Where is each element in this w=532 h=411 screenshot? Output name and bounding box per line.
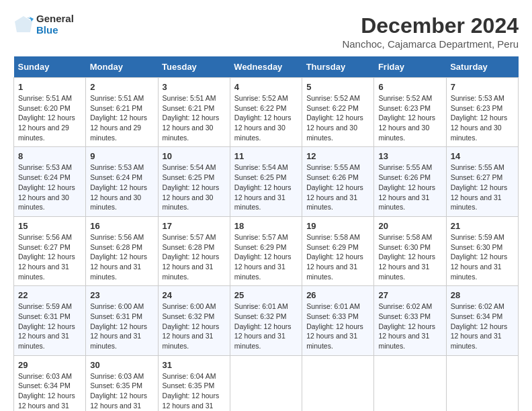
day-number: 14: [451, 151, 514, 161]
calendar-cell: 1Sunrise: 5:51 AMSunset: 6:20 PMDaylight…: [14, 78, 86, 147]
page-subtitle: Nanchoc, Cajamarca Department, Peru: [342, 38, 519, 50]
day-number: 15: [18, 221, 81, 231]
day-info: Sunrise: 5:51 AMSunset: 6:20 PMDaylight:…: [18, 93, 81, 142]
day-info: Sunrise: 5:54 AMSunset: 6:25 PMDaylight:…: [234, 163, 298, 212]
calendar-cell: 30Sunrise: 6:03 AMSunset: 6:35 PMDayligh…: [86, 355, 158, 411]
day-number: 6: [378, 82, 441, 92]
day-info: Sunrise: 5:58 AMSunset: 6:30 PMDaylight:…: [378, 232, 441, 281]
calendar-cell: 21Sunrise: 5:59 AMSunset: 6:30 PMDayligh…: [446, 216, 518, 285]
weekday-header-row: SundayMondayTuesdayWednesdayThursdayFrid…: [14, 56, 519, 78]
day-number: 18: [234, 221, 298, 231]
day-info: Sunrise: 5:57 AMSunset: 6:29 PMDaylight:…: [234, 232, 298, 281]
calendar-week-row: 8Sunrise: 5:53 AMSunset: 6:24 PMDaylight…: [14, 147, 519, 216]
calendar-cell: 20Sunrise: 5:58 AMSunset: 6:30 PMDayligh…: [374, 216, 446, 285]
day-info: Sunrise: 6:01 AMSunset: 6:32 PMDaylight:…: [234, 302, 298, 351]
day-info: Sunrise: 5:51 AMSunset: 6:21 PMDaylight:…: [163, 93, 226, 142]
day-number: 12: [306, 151, 369, 161]
calendar-cell: [302, 355, 374, 411]
calendar-week-row: 15Sunrise: 5:56 AMSunset: 6:27 PMDayligh…: [14, 216, 519, 285]
header: General Blue December 2024 Nanchoc, Caja…: [13, 13, 519, 50]
logo-line2: Blue: [36, 25, 74, 36]
day-number: 30: [90, 360, 153, 370]
day-number: 1: [18, 82, 81, 92]
day-info: Sunrise: 6:01 AMSunset: 6:33 PMDaylight:…: [306, 302, 369, 351]
day-info: Sunrise: 5:52 AMSunset: 6:22 PMDaylight:…: [306, 93, 369, 142]
calendar-cell: [374, 355, 446, 411]
day-info: Sunrise: 5:58 AMSunset: 6:29 PMDaylight:…: [306, 232, 369, 281]
day-number: 11: [234, 151, 298, 161]
calendar-cell: 27Sunrise: 6:02 AMSunset: 6:33 PMDayligh…: [374, 286, 446, 355]
calendar-cell: 24Sunrise: 6:00 AMSunset: 6:32 PMDayligh…: [158, 286, 230, 355]
logo: General Blue: [13, 13, 74, 36]
logo-line1: General: [36, 13, 74, 25]
day-info: Sunrise: 5:54 AMSunset: 6:25 PMDaylight:…: [163, 163, 226, 212]
day-number: 13: [378, 151, 441, 161]
day-info: Sunrise: 5:59 AMSunset: 6:31 PMDaylight:…: [18, 302, 81, 351]
calendar-cell: 3Sunrise: 5:51 AMSunset: 6:21 PMDaylight…: [158, 78, 230, 147]
day-info: Sunrise: 5:53 AMSunset: 6:23 PMDaylight:…: [451, 93, 514, 142]
day-info: Sunrise: 5:59 AMSunset: 6:30 PMDaylight:…: [451, 232, 514, 281]
day-info: Sunrise: 5:52 AMSunset: 6:22 PMDaylight:…: [234, 93, 298, 142]
day-info: Sunrise: 6:02 AMSunset: 6:33 PMDaylight:…: [378, 302, 441, 351]
day-info: Sunrise: 5:53 AMSunset: 6:24 PMDaylight:…: [90, 163, 153, 212]
calendar-cell: 13Sunrise: 5:55 AMSunset: 6:26 PMDayligh…: [374, 147, 446, 216]
day-info: Sunrise: 5:52 AMSunset: 6:23 PMDaylight:…: [378, 93, 441, 142]
calendar-cell: 25Sunrise: 6:01 AMSunset: 6:32 PMDayligh…: [230, 286, 302, 355]
weekday-header-thursday: Thursday: [302, 56, 374, 78]
weekday-header-friday: Friday: [374, 56, 446, 78]
day-number: 20: [378, 221, 441, 231]
day-number: 28: [451, 290, 514, 300]
logo-icon: [13, 15, 34, 35]
day-info: Sunrise: 5:55 AMSunset: 6:26 PMDaylight:…: [306, 163, 369, 212]
day-number: 17: [163, 221, 226, 231]
calendar-cell: 29Sunrise: 6:03 AMSunset: 6:34 PMDayligh…: [14, 355, 86, 411]
calendar-cell: 6Sunrise: 5:52 AMSunset: 6:23 PMDaylight…: [374, 78, 446, 147]
day-number: 25: [234, 290, 298, 300]
day-number: 27: [378, 290, 441, 300]
calendar-cell: 17Sunrise: 5:57 AMSunset: 6:28 PMDayligh…: [158, 216, 230, 285]
calendar-week-row: 22Sunrise: 5:59 AMSunset: 6:31 PMDayligh…: [14, 286, 519, 355]
day-number: 22: [18, 290, 81, 300]
day-number: 16: [90, 221, 153, 231]
day-info: Sunrise: 5:56 AMSunset: 6:27 PMDaylight:…: [18, 232, 81, 281]
calendar-week-row: 1Sunrise: 5:51 AMSunset: 6:20 PMDaylight…: [14, 78, 519, 147]
day-info: Sunrise: 6:00 AMSunset: 6:32 PMDaylight:…: [163, 302, 226, 351]
calendar-cell: 28Sunrise: 6:02 AMSunset: 6:34 PMDayligh…: [446, 286, 518, 355]
calendar-cell: 22Sunrise: 5:59 AMSunset: 6:31 PMDayligh…: [14, 286, 86, 355]
calendar-cell: [230, 355, 302, 411]
calendar-cell: 15Sunrise: 5:56 AMSunset: 6:27 PMDayligh…: [14, 216, 86, 285]
calendar-cell: 23Sunrise: 6:00 AMSunset: 6:31 PMDayligh…: [86, 286, 158, 355]
day-number: 9: [90, 151, 153, 161]
day-number: 23: [90, 290, 153, 300]
calendar-week-row: 29Sunrise: 6:03 AMSunset: 6:34 PMDayligh…: [14, 355, 519, 411]
day-number: 21: [451, 221, 514, 231]
day-number: 2: [90, 82, 153, 92]
calendar-cell: 10Sunrise: 5:54 AMSunset: 6:25 PMDayligh…: [158, 147, 230, 216]
calendar-cell: 14Sunrise: 5:55 AMSunset: 6:27 PMDayligh…: [446, 147, 518, 216]
calendar-cell: 12Sunrise: 5:55 AMSunset: 6:26 PMDayligh…: [302, 147, 374, 216]
day-info: Sunrise: 5:51 AMSunset: 6:21 PMDaylight:…: [90, 93, 153, 142]
day-info: Sunrise: 5:55 AMSunset: 6:26 PMDaylight:…: [378, 163, 441, 212]
weekday-header-wednesday: Wednesday: [230, 56, 302, 78]
title-area: December 2024 Nanchoc, Cajamarca Departm…: [342, 13, 519, 50]
day-number: 8: [18, 151, 81, 161]
day-number: 24: [163, 290, 226, 300]
day-number: 5: [306, 82, 369, 92]
day-info: Sunrise: 6:04 AMSunset: 6:35 PMDaylight:…: [163, 371, 226, 411]
calendar-cell: 11Sunrise: 5:54 AMSunset: 6:25 PMDayligh…: [230, 147, 302, 216]
day-number: 29: [18, 360, 81, 370]
day-number: 4: [234, 82, 298, 92]
page-title: December 2024: [342, 13, 519, 38]
day-info: Sunrise: 6:03 AMSunset: 6:34 PMDaylight:…: [18, 371, 81, 411]
day-info: Sunrise: 5:55 AMSunset: 6:27 PMDaylight:…: [451, 163, 514, 212]
calendar-cell: 31Sunrise: 6:04 AMSunset: 6:35 PMDayligh…: [158, 355, 230, 411]
day-info: Sunrise: 5:56 AMSunset: 6:28 PMDaylight:…: [90, 232, 153, 281]
weekday-header-saturday: Saturday: [446, 56, 518, 78]
calendar-cell: 5Sunrise: 5:52 AMSunset: 6:22 PMDaylight…: [302, 78, 374, 147]
calendar-cell: 19Sunrise: 5:58 AMSunset: 6:29 PMDayligh…: [302, 216, 374, 285]
day-info: Sunrise: 6:03 AMSunset: 6:35 PMDaylight:…: [90, 371, 153, 411]
day-info: Sunrise: 6:02 AMSunset: 6:34 PMDaylight:…: [451, 302, 514, 351]
logo-text: General Blue: [36, 13, 74, 36]
day-info: Sunrise: 5:53 AMSunset: 6:24 PMDaylight:…: [18, 163, 81, 212]
calendar-cell: 16Sunrise: 5:56 AMSunset: 6:28 PMDayligh…: [86, 216, 158, 285]
